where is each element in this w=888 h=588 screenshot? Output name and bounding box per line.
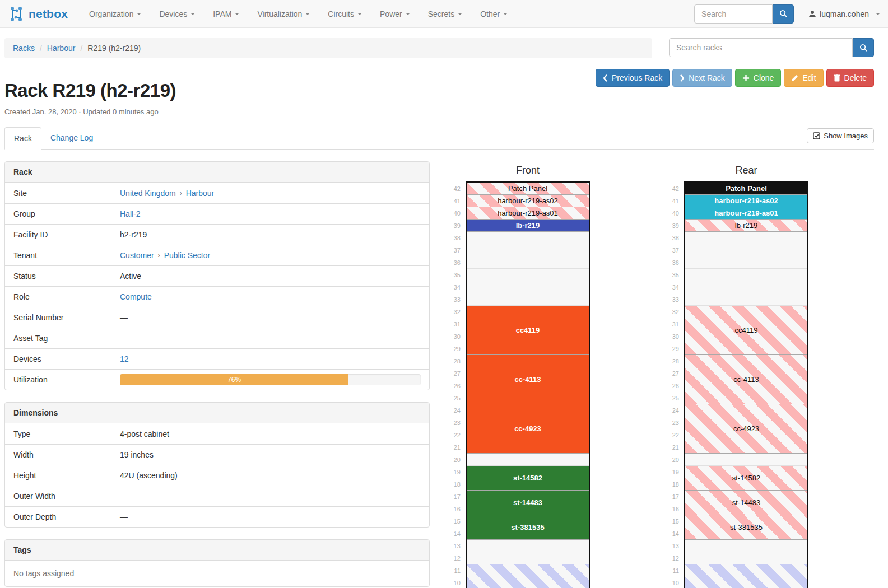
rack-search-button[interactable] [853,38,874,57]
group-link[interactable]: Hall-2 [120,209,141,218]
unit-number: 30 [445,330,461,343]
rack-unit-empty[interactable] [467,256,589,269]
rack-device[interactable]: harbour-r219-as02 [467,195,589,207]
site-link[interactable]: Harbour [186,189,215,198]
unit-number: 14 [445,528,461,540]
breadcrumb-item[interactable]: Harbour [47,44,76,53]
rack-unit-empty[interactable] [467,244,589,256]
rack-reservation[interactable] [467,564,589,588]
rack-device[interactable]: lb-r219 [685,220,807,232]
rear-elevation: Rear424140393837363534333231302928272625… [664,165,808,588]
rack-device[interactable]: Patch Panel [685,183,807,195]
unit-number-column: 4241403938373635343332313029282726252423… [664,181,684,588]
nav-item-circuits[interactable]: Circuits [319,1,371,27]
unit-number: 38 [445,232,461,244]
unit-number: 41 [664,195,679,207]
dimensions-panel: Dimensions Type 4-post cabinet Width 19 … [4,402,430,528]
chevron-left-icon [603,74,608,82]
rack-unit-empty[interactable] [467,552,589,564]
tags-panel: Tags No tags assigned [4,539,430,587]
rack-device[interactable]: Patch Panel [467,183,589,195]
unit-number: 17 [664,491,679,503]
site-parent-link[interactable]: United Kingdom [120,189,176,198]
row-serial-number: Serial Number — [5,307,429,328]
tenant-group-link[interactable]: Customer [120,251,154,260]
breadcrumb-item[interactable]: Racks [13,44,35,53]
rack-device[interactable]: harbour-r219-as02 [685,195,807,207]
nav-item-ipam[interactable]: IPAM [204,1,248,27]
rack-device[interactable]: harbour-r219-as01 [685,207,807,220]
rack-device[interactable]: st-381535 [685,515,807,540]
rack-device[interactable]: cc4119 [467,306,589,355]
rack-device[interactable]: st-381535 [467,515,589,540]
previous-rack-button[interactable]: Previous Rack [596,69,670,87]
rack-device[interactable]: st-14483 [467,491,589,515]
unit-number: 26 [445,380,461,392]
row-status: Status Active [5,265,429,286]
rack-unit-empty[interactable] [467,281,589,293]
nav-item-power[interactable]: Power [371,1,419,27]
rack-unit-empty[interactable] [467,269,589,281]
user-menu[interactable]: luqman.cohen [808,10,880,18]
rack-device[interactable]: st-14582 [467,466,589,491]
rack-unit-empty[interactable] [685,293,807,306]
rack-device[interactable]: lb-r219 [467,220,589,232]
unit-number: 31 [664,318,679,330]
role-link[interactable]: Compute [120,292,152,301]
nav-item-devices[interactable]: Devices [150,1,204,27]
unit-number: 36 [664,256,679,269]
rack-device[interactable]: harbour-r219-as01 [467,207,589,220]
clone-button[interactable]: Clone [735,69,782,87]
rack-device[interactable]: st-14483 [685,491,807,515]
unit-number: 34 [445,281,461,293]
record-meta: Created Jan. 28, 2020 · Updated 0 minute… [4,108,176,116]
nav-search-button[interactable] [773,4,794,24]
next-rack-button[interactable]: Next Rack [672,69,732,87]
netbox-brand[interactable]: netbox [8,6,68,22]
nav-search-input[interactable] [694,4,773,24]
tab-change-log[interactable]: Change Log [41,127,102,150]
rack-unit-empty[interactable] [467,540,589,552]
nav-item-virtualization[interactable]: Virtualization [248,1,319,27]
devices-count-link[interactable]: 12 [120,354,129,363]
row-utilization: Utilization 76% [5,369,429,390]
row-tenant: Tenant Customer › Public Sector [5,245,429,265]
rack-device[interactable]: cc4119 [685,306,807,355]
rack-device[interactable]: cc-4113 [685,355,807,404]
unit-number: 24 [445,404,461,417]
delete-button[interactable]: Delete [826,69,874,87]
rack-device[interactable]: cc-4923 [685,404,807,454]
unit-number: 17 [445,491,461,503]
rack-unit-empty[interactable] [685,269,807,281]
nav-item-secrets[interactable]: Secrets [419,1,471,27]
rack-device[interactable]: cc-4923 [467,404,589,454]
unit-number: 33 [445,293,461,306]
rack-unit-empty[interactable] [685,540,807,552]
breadcrumb-separator: / [40,44,42,53]
tab-rack[interactable]: Rack [4,127,41,150]
rack-unit-empty[interactable] [685,454,807,466]
show-images-button[interactable]: Show Images [807,128,874,143]
rack-search-input[interactable] [669,38,853,57]
tenant-link[interactable]: Public Sector [164,251,210,260]
rack-device[interactable]: cc-4113 [467,355,589,404]
rack-unit-empty[interactable] [685,244,807,256]
tags-empty-text: No tags assigned [5,561,429,586]
rack-device[interactable]: st-14582 [685,466,807,491]
nav-item-organization[interactable]: Organization [80,1,150,27]
rack-unit-empty[interactable] [685,281,807,293]
rack-unit-empty[interactable] [467,293,589,306]
unit-number: 11 [664,564,679,577]
rack-unit-empty[interactable] [467,454,589,466]
rack-unit-empty[interactable] [467,232,589,244]
rack-unit-empty[interactable] [685,256,807,269]
rack-unit-empty[interactable] [685,232,807,244]
edit-button[interactable]: Edit [784,69,823,87]
rack-reservation[interactable] [685,564,807,588]
unit-number: 22 [664,429,679,441]
chevron-right-icon [680,74,685,82]
nav-item-other[interactable]: Other [471,1,517,27]
front-rack-frame: Patch Panelharbour-r219-as02harbour-r219… [466,181,590,588]
rack-unit-empty[interactable] [685,552,807,564]
caret-down-icon [876,13,880,15]
